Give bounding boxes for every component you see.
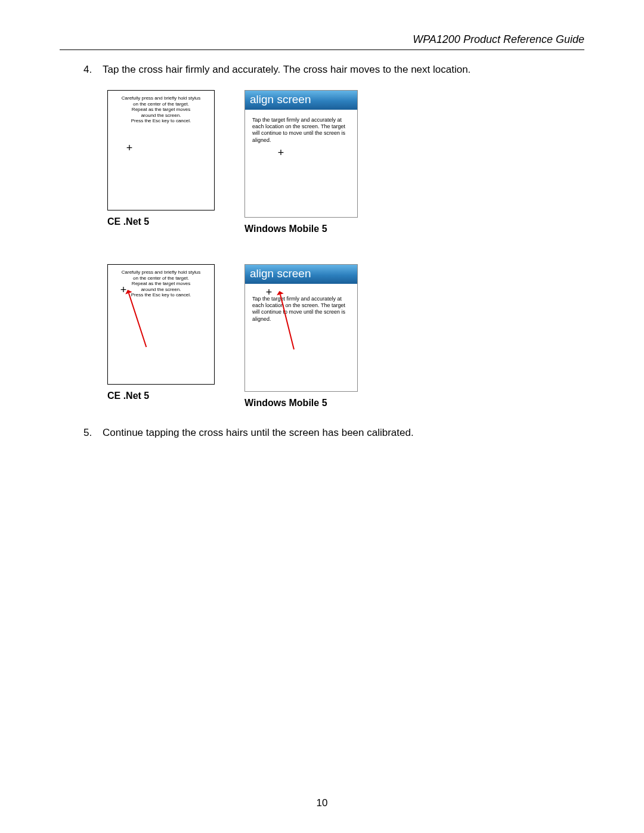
step-4: 4. Tap the cross hair firmly and accurat… [60,63,584,77]
ce-col-2: Carefully press and briefly hold stylus … [107,264,221,408]
page-number: 10 [0,797,644,809]
document-page: WPA1200 Product Reference Guide 4. Tap t… [0,0,644,833]
ce-screen-1-instructions: Carefully press and briefly hold stylus … [108,91,214,124]
page-header-title: WPA1200 Product Reference Guide [60,33,584,50]
step-4-text: Tap the cross hair firmly and accurately… [103,63,470,77]
crosshair-icon: + [266,287,273,298]
wm-banner-1: align screen [245,91,357,110]
ce-screen-1: Carefully press and briefly hold stylus … [107,90,215,210]
wm-caption-2: Windows Mobile 5 [244,398,358,408]
step-4-number: 4. [83,63,97,77]
step-5: 5. Continue tapping the cross hairs unti… [60,426,584,440]
ce-col-1: Carefully press and briefly hold stylus … [107,90,221,234]
ce-screen-2: Carefully press and briefly hold stylus … [107,264,215,385]
wm-screen-1-instructions: Tap the target firmly and accurately at … [245,110,357,144]
wm-col-2: align screen + Tap the target firmly and… [244,264,358,408]
wm-banner-2: align screen [245,265,357,284]
step-5-number: 5. [83,426,97,440]
step-5-text: Continue tapping the cross hairs until t… [103,426,414,440]
wm-screen-1: align screen Tap the target firmly and a… [244,90,358,218]
wm-screen-2-instructions: Tap the target firmly and accurately at … [245,284,357,323]
screenshots-row-2: Carefully press and briefly hold stylus … [60,264,584,408]
wm-col-1: align screen Tap the target firmly and a… [244,90,358,234]
arrow-icon [128,293,147,347]
crosshair-icon: + [126,143,133,153]
screenshots-row-1: Carefully press and briefly hold stylus … [60,90,584,234]
wm-screen-2: align screen + Tap the target firmly and… [244,264,358,392]
wm-caption-1: Windows Mobile 5 [244,224,358,234]
crosshair-icon: + [278,147,284,158]
ce-caption-2: CE .Net 5 [107,391,221,401]
ce-caption-1: CE .Net 5 [107,216,221,227]
